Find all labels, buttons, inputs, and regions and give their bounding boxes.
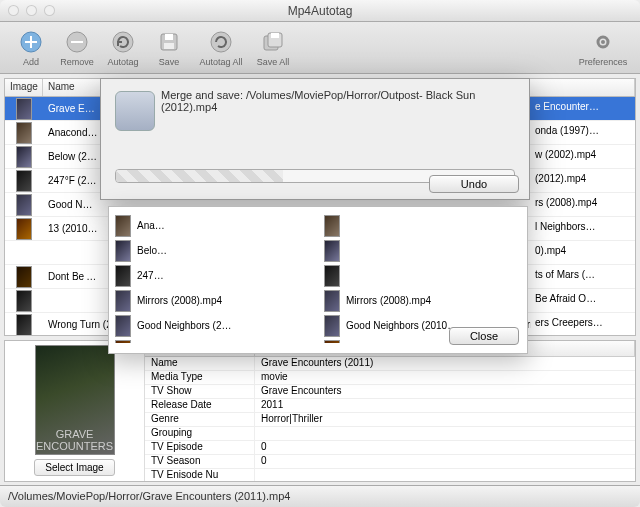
new-column-fragment: e Encounter… onda (1997)… w (2002).mp4 (… [531,97,631,336]
result-item[interactable]: Good Neighbors (2… [115,313,312,338]
result-item[interactable] [324,238,521,263]
results-panel: Undo Ana…Belo…247…Mirrors (2008).mp4Good… [108,206,528,354]
detail-row[interactable]: TV Enisode Nu [145,469,635,481]
preferences-button[interactable]: Preferences [574,24,632,72]
detail-row[interactable]: GenreHorror|Thriller [145,413,635,427]
thumbnail-icon [324,265,340,287]
select-image-button[interactable]: Select Image [34,459,114,476]
titlebar: Mp4Autotag [0,0,640,22]
detail-tag: TV Enisode Nu [145,469,255,481]
detail-row[interactable]: TV Season0 [145,455,635,469]
result-item[interactable]: 247… [115,263,312,288]
result-item[interactable] [324,213,521,238]
detail-row[interactable]: Release Date2011 [145,399,635,413]
thumbnail-icon [115,265,131,287]
save-icon [156,29,182,55]
progress-message: Merge and save: /Volumes/MoviePop/Horror… [111,89,519,153]
result-label: Good Neighbors (2010… [346,320,457,331]
svg-point-11 [601,40,605,44]
detail-value[interactable]: movie [255,371,635,384]
detail-value[interactable]: 0 [255,455,635,468]
detail-value[interactable]: 0 [255,441,635,454]
close-window-icon[interactable] [8,5,19,16]
remove-button[interactable]: Remove [54,24,100,72]
detail-tag: TV Season [145,455,255,468]
autotag-all-button[interactable]: Autotag All [192,24,250,72]
detail-row[interactable]: NameGrave Encounters (2011) [145,357,635,371]
thumbnail-icon [324,215,340,237]
detail-tag: Genre [145,413,255,426]
svg-rect-4 [165,34,173,40]
detail-value[interactable]: Horror|Thriller [255,413,635,426]
detail-panel: GRAVE ENCOUNTERS Select Image Tag Value … [4,340,636,482]
svg-point-2 [113,32,133,52]
result-item[interactable]: Mirrors (2008).mp4 [115,288,312,313]
thumbnail-icon [324,240,340,262]
close-button[interactable]: Close [449,327,519,345]
result-label: Belo… [137,245,167,256]
svg-point-6 [211,32,231,52]
poster-image: GRAVE ENCOUNTERS [35,345,115,455]
result-label: Mirrors (2008).mp4 [137,295,222,306]
result-item[interactable]: Ana… [115,213,312,238]
detail-value[interactable] [255,427,635,440]
add-button[interactable]: Add [8,24,54,72]
statusbar: /Volumes/MoviePop/Horror/Grave Encounter… [0,485,640,507]
detail-row[interactable]: TV Episode0 [145,441,635,455]
result-label: 247… [137,270,164,281]
detail-tag: Media Type [145,371,255,384]
gear-icon [590,29,616,55]
result-item[interactable]: Belo… [115,238,312,263]
result-item[interactable]: Mirrors (2008).mp4 [324,288,521,313]
detail-value[interactable]: Grave Encounters [255,385,635,398]
minus-icon [64,29,90,55]
thumbnail-icon [115,290,131,312]
save-button[interactable]: Save [146,24,192,72]
detail-tag: Name [145,357,255,370]
detail-tag: Release Date [145,399,255,412]
thumbnail-icon [115,315,131,337]
svg-rect-5 [164,43,174,49]
thumbnail-icon [324,315,340,337]
result-label: Good Neighbors (2… [137,320,232,331]
detail-row[interactable]: Grouping [145,427,635,441]
result-label: Ana… [137,220,165,231]
thumbnail-icon [324,340,340,344]
thumbnail-icon [115,340,131,344]
result-label: Mirrors (2008).mp4 [346,295,431,306]
detail-tag: TV Show [145,385,255,398]
save-all-icon [260,29,286,55]
toolbar: Add Remove Autotag Save Autotag All Save… [0,22,640,74]
detail-tag: Grouping [145,427,255,440]
thumbnail-icon [115,215,131,237]
status-path: /Volumes/MoviePop/Horror/Grave Encounter… [8,490,290,502]
result-item[interactable]: 13 (2010).mp4 [115,338,312,343]
detail-value[interactable]: 2011 [255,399,635,412]
thumbnail-icon [115,240,131,262]
thumbnail-icon [324,290,340,312]
col-name[interactable]: Name [43,79,103,96]
undo-button[interactable]: Undo [429,175,519,193]
autotag-button[interactable]: Autotag [100,24,146,72]
detail-tag: TV Episode [145,441,255,454]
plus-icon [18,29,44,55]
detail-value[interactable] [255,469,635,481]
detail-row[interactable]: Media Typemovie [145,371,635,385]
svg-rect-9 [271,33,279,38]
result-item[interactable] [324,263,521,288]
refresh-icon [110,29,136,55]
save-all-button[interactable]: Save All [250,24,296,72]
col-image[interactable]: Image [5,79,43,96]
window-title: Mp4Autotag [0,4,640,18]
refresh-all-icon [208,29,234,55]
detail-row[interactable]: TV ShowGrave Encounters [145,385,635,399]
detail-value[interactable]: Grave Encounters (2011) [255,357,635,370]
minimize-window-icon[interactable] [26,5,37,16]
zoom-window-icon[interactable] [44,5,55,16]
